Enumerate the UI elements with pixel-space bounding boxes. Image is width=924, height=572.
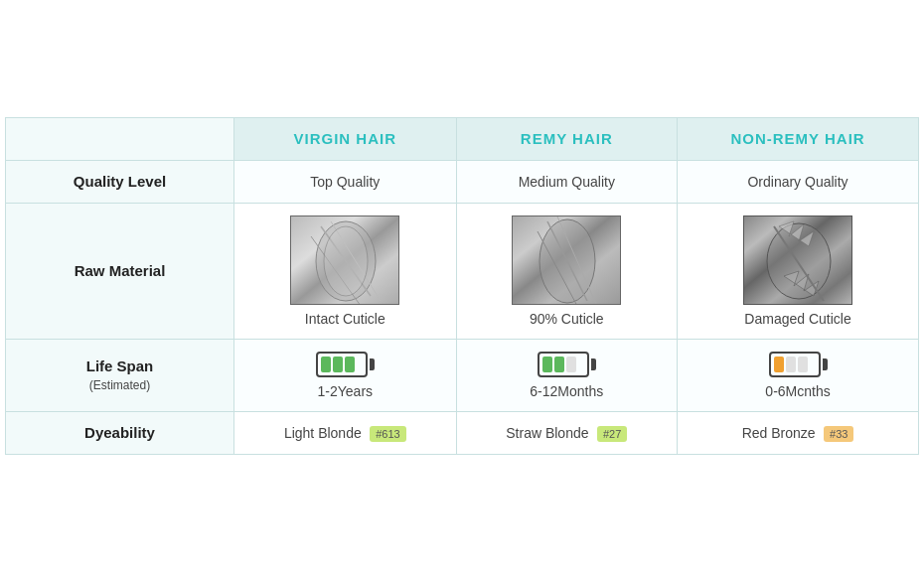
remy-quality: Medium Quality xyxy=(456,161,677,204)
remy-dyeability: Straw Blonde #27 xyxy=(456,412,677,455)
virgin-battery xyxy=(244,352,446,377)
nonremy-lifespan: 0-6Mcnths xyxy=(678,340,919,412)
battery-body xyxy=(769,352,821,377)
battery-full xyxy=(316,352,375,377)
header-nonremy: NON-REMY HAIR xyxy=(678,118,919,161)
battery-bar-3 xyxy=(798,357,808,372)
nonremy-lifespan-text: 0-6Mcnths xyxy=(688,383,908,399)
virgin-lifespan-text: 1-2Years xyxy=(244,383,446,399)
battery-body xyxy=(316,352,368,377)
header-label-col xyxy=(6,118,234,161)
svg-point-5 xyxy=(324,226,368,296)
battery-bar-3 xyxy=(566,357,576,372)
lifespan-label: Life Span (Estimated) xyxy=(6,340,234,412)
remy-cuticle-svg xyxy=(513,216,621,305)
nonremy-raw-material: Damaged Cuticle xyxy=(678,204,919,340)
battery-low xyxy=(769,352,828,377)
battery-tip xyxy=(823,358,828,370)
remy-raw-material: 90% Cuticle xyxy=(456,204,677,340)
virgin-quality: Top Quality xyxy=(234,161,457,204)
quality-level-label: Quality Level xyxy=(6,161,234,204)
remy-cuticle-label: 90% Cuticle xyxy=(467,311,667,327)
nonremy-badge: #33 xyxy=(824,426,853,442)
table-row: Raw Material xyxy=(6,204,919,340)
battery-bar-2 xyxy=(333,357,343,372)
battery-bar-2 xyxy=(554,357,564,372)
intact-cuticle-svg xyxy=(291,216,399,305)
table-row: Quality Level Top Quality Medium Quality… xyxy=(6,161,919,204)
remy-hair-image xyxy=(512,215,621,305)
remy-lifespan: 6-12Months xyxy=(456,340,677,412)
battery-bar-3 xyxy=(345,357,355,372)
nonremy-dyeability: Red Bronze #33 xyxy=(678,412,919,455)
battery-tip xyxy=(370,358,375,370)
table-row: Dyeability Light Blonde #613 Straw Blond… xyxy=(6,412,919,455)
nonremy-battery xyxy=(688,352,908,377)
virgin-raw-material: Intact Cuticle xyxy=(234,204,457,340)
battery-tip xyxy=(591,358,596,370)
header-remy: REMY HAIR xyxy=(456,118,677,161)
nonremy-quality: Ordinary Quality xyxy=(678,161,919,204)
virgin-badge: #613 xyxy=(370,426,405,442)
nonremy-cuticle-label: Damaged Cuticle xyxy=(688,311,908,327)
remy-battery xyxy=(467,352,667,377)
battery-bar-2 xyxy=(786,357,796,372)
table-row: Life Span (Estimated) 1-2Years xyxy=(6,340,919,412)
virgin-dyeability: Light Blonde #613 xyxy=(234,412,457,455)
virgin-hair-image xyxy=(290,215,399,305)
nonremy-hair-image xyxy=(743,215,852,305)
header-virgin: VIRGIN HAIR xyxy=(234,118,457,161)
damaged-cuticle-svg xyxy=(744,216,852,305)
remy-lifespan-text: 6-12Months xyxy=(467,383,667,399)
virgin-cuticle-label: Intact Cuticle xyxy=(244,311,446,327)
battery-bar-1 xyxy=(321,357,331,372)
battery-half xyxy=(538,352,596,377)
battery-bar-1 xyxy=(542,357,552,372)
battery-bar-1 xyxy=(774,357,784,372)
raw-material-label: Raw Material xyxy=(6,204,234,340)
remy-badge: #27 xyxy=(597,426,627,442)
virgin-lifespan: 1-2Years xyxy=(234,340,457,412)
battery-body xyxy=(538,352,589,377)
dyeability-label: Dyeability xyxy=(6,412,234,455)
comparison-table: VIRGIN HAIR REMY HAIR NON-REMY HAIR Qual… xyxy=(5,117,919,455)
